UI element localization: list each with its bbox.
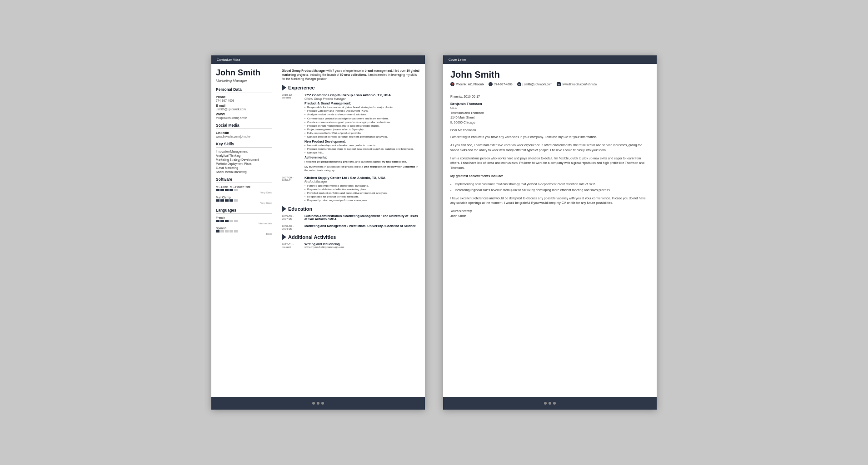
job-entry-2: 2007-09 -2010-11 Kitchen Supply Center L… (282, 176, 420, 202)
job-1-bullet-2: Prepare Category and Portfolio Deploymen… (304, 109, 420, 113)
cv-document: Curriculum Vitae John Smith Marketing Ma… (211, 55, 425, 410)
cover-closing: Yours sincerely (450, 209, 649, 213)
spanish-level: Basic (216, 232, 272, 235)
footer-dot-3 (553, 402, 556, 405)
dot-3 (225, 199, 229, 202)
cover-achievements-title: My greatest achievements include: (450, 174, 649, 179)
dot-4 (229, 199, 233, 202)
languages-title: Languages (216, 208, 272, 214)
recipient-title: CEO (450, 106, 649, 111)
job-1-bullet-10: Innovation development - develop new pro… (304, 143, 420, 147)
edu-1-date: 2005-09 -2007-05 (282, 214, 302, 221)
skill-email: E-mail Marketing (216, 166, 272, 169)
cover-para-1: I am writing to enquire if you have any … (450, 135, 649, 140)
software-title: Software (216, 177, 272, 183)
education-arrow (282, 206, 286, 212)
activity-1-date: 2012-01 -present (282, 242, 302, 248)
experience-section-title: Experience (282, 84, 420, 91)
job-1-bullet-1: Responsible for the creation of global b… (304, 105, 420, 109)
phone-label: Phone (216, 95, 272, 99)
software-excel-name: MS Excel, MS PowerPoint (216, 185, 272, 188)
edu-entry-2: 2000-10 -2004-05 Marketing and Managemen… (282, 224, 420, 230)
job-1-achievement-1: I finalized 10 global marketing projects… (304, 160, 420, 163)
edu-2-content: Marketing and Management / West Miami Un… (304, 224, 420, 230)
education-title-text: Education (288, 206, 312, 212)
job-1-achievement-2: My involvement in a stock sell-off proje… (304, 165, 420, 172)
location-icon: 📍 (450, 82, 454, 86)
contact-phone: 📞 774-987-4009 (489, 82, 512, 86)
linkedin-value: www.linkedin.com/johnutw (216, 135, 272, 138)
job-2-content: Kitchen Supply Center Ltd / San Antonio,… (304, 176, 420, 202)
job-1-bullet-3: Analyze market trends and recommend solu… (304, 113, 420, 116)
documents-container: Curriculum Vitae John Smith Marketing Ma… (211, 55, 657, 410)
email-label: E-mail (216, 104, 272, 107)
activities-section-title: Additional Activities (282, 234, 420, 240)
cover-divider (450, 91, 649, 91)
edu-entry-1: 2005-09 -2007-05 Business Administration… (282, 214, 420, 221)
software-mailchimp-name: Mail Chimp (216, 196, 272, 199)
cover-contact: 📍 Phoenix, AZ, Phoenix 📞 774-987-4009 ✉ … (450, 82, 649, 86)
recipient-address: 1140 Main Street (450, 115, 649, 120)
cover-closing-para: I have excellent references and would be… (450, 196, 649, 206)
activity-1-title: Writing and Influencing (304, 242, 420, 246)
cv-job-title: Marketing Manager (216, 79, 272, 83)
job-1-bullet-7: Project management (teams of up to 5 peo… (304, 128, 420, 131)
job-1-date: 2010-12 -present (282, 93, 302, 172)
footer-dot-2 (317, 402, 319, 405)
dot-4 (229, 189, 233, 191)
dot-1 (216, 199, 219, 202)
job-1-section-brand: Product & Brand Management: (304, 102, 420, 105)
activities-title-text: Additional Activities (288, 234, 336, 240)
edu-2-date: 2000-10 -2004-05 (282, 224, 302, 230)
cover-signature: John Smith (450, 214, 649, 218)
cv-name: John Smith (216, 69, 272, 78)
skill-thinking: Analytical Thinking (216, 154, 272, 157)
education-section-title: Education (282, 206, 420, 212)
dot-5 (234, 199, 238, 202)
job-1-achievements-title: Achievements: (304, 156, 420, 159)
spanish-name: Spanish (216, 227, 272, 230)
job-1-bullet-5: Create communication support plans for s… (304, 120, 420, 124)
software-excel: MS Excel, MS PowerPoint Very Good (216, 185, 272, 194)
cv-body: John Smith Marketing Manager Personal Da… (211, 64, 425, 397)
contact-location: 📍 Phoenix, AZ, Phoenix (450, 82, 484, 86)
french-level: Intermediate (216, 222, 272, 225)
job-2-title: Product Manager (304, 180, 420, 183)
cover-achievement-2: Increasing regional sales revenue from $… (450, 188, 649, 193)
cover-footer (443, 397, 657, 410)
skill-social: Social Media Marketing (216, 170, 272, 173)
dot-2 (220, 230, 224, 232)
linkedin-label: LinkedIn (216, 131, 272, 134)
job-2-bullet-3: Provided product portfolios and competit… (304, 191, 420, 195)
www-label: WWW (216, 113, 272, 116)
recipient-company: Thomson and Thomson (450, 111, 649, 116)
job-1-content: XYZ Cosmetics Capital Group / San Antoni… (304, 93, 420, 172)
job-1-company: XYZ Cosmetics Capital Group / San Antoni… (304, 93, 420, 97)
skill-innovation: Innovation Management (216, 150, 272, 153)
key-skills-title: Key Skills (216, 142, 272, 148)
edu-1-content: Business Administration / Marketing Mana… (304, 214, 420, 221)
dot-1 (216, 189, 219, 191)
job-2-company: Kitchen Supply Center Ltd / San Antonio,… (304, 176, 420, 180)
edu-1-degree: Business Administration / Marketing Mana… (304, 214, 420, 221)
skill-portfolio: Portfolio Deployment Plans (216, 162, 272, 165)
cover-name: John Smith (450, 69, 649, 80)
lang-spanish: Spanish Basic (216, 227, 272, 235)
lang-french: French Intermediate (216, 216, 272, 225)
software-mailchimp: Mail Chimp Very Good (216, 196, 272, 204)
french-name: French (216, 216, 272, 219)
recipient-city: IL 60605 Chicago (450, 120, 649, 125)
footer-dot-2 (549, 402, 551, 405)
cv-header-label: Curriculum Vitae (217, 58, 240, 61)
recipient-info: CEO Thomson and Thomson 1140 Main Street… (450, 106, 649, 125)
footer-dot-1 (312, 402, 315, 405)
linkedin-icon: in (557, 82, 561, 86)
activities-arrow (282, 234, 286, 240)
personal-data-title: Personal Data (216, 87, 272, 93)
activity-1-content: Writing and Influencing www.mymarketingc… (304, 242, 420, 248)
job-1-bullet-12: Manage P&L. (304, 151, 420, 154)
cv-sidebar: John Smith Marketing Manager Personal Da… (211, 64, 277, 397)
cv-footer (211, 397, 425, 410)
achievements-bold: My greatest achievements include: (450, 174, 503, 178)
cover-linkedin-text: www.linkedin.com/johnutw (562, 83, 597, 86)
